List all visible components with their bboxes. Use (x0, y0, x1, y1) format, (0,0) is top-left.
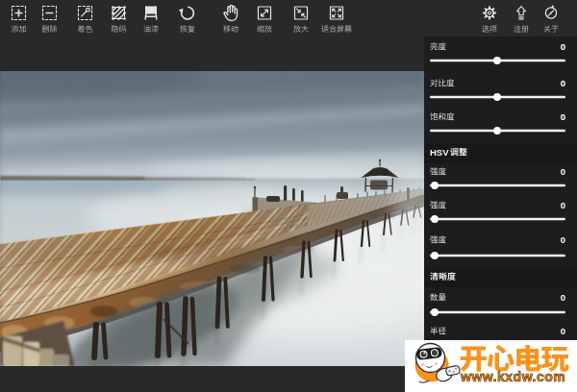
svg-text:0: 0 (561, 41, 565, 52)
svg-text:www.kxdw.com: www.kxdw.com (460, 369, 565, 384)
svg-text:0: 0 (561, 292, 565, 303)
svg-text:HSV: HSV (430, 147, 449, 158)
svg-text:0: 0 (561, 78, 565, 88)
svg-text:0: 0 (561, 200, 565, 210)
svg-text:0: 0 (561, 111, 565, 122)
svg-text:0: 0 (561, 166, 565, 177)
svg-text:0: 0 (561, 234, 565, 245)
svg-text:0: 0 (561, 326, 565, 336)
